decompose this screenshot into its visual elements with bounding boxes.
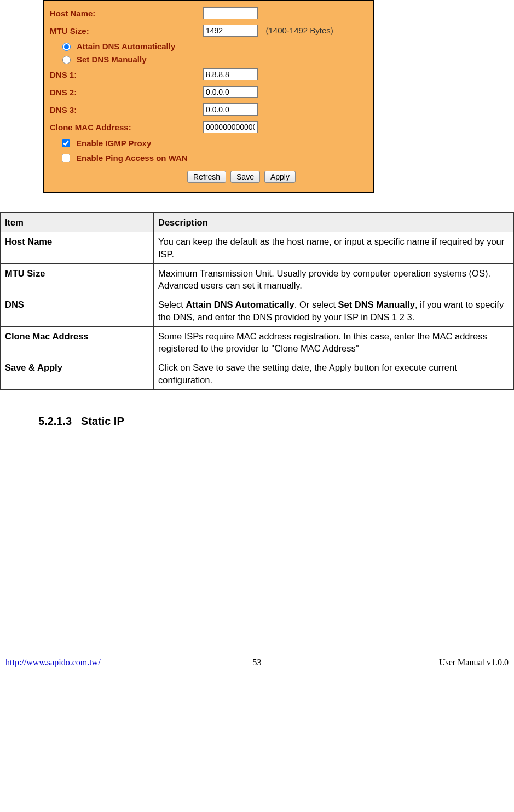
clone-mac-label: Clone MAC Address: [50, 123, 203, 132]
set-dns-manual-radio[interactable] [62, 56, 71, 64]
apply-button[interactable]: Apply [264, 171, 296, 183]
enable-igmp-checkbox[interactable] [62, 139, 70, 147]
dns1-input[interactable] [203, 68, 258, 80]
router-config-form: Host Name: MTU Size: (1400-1492 Bytes) A… [43, 0, 374, 193]
description-table: Item Description Host Name You can keep … [0, 212, 514, 390]
table-row: DNS Select Attain DNS Automatically. Or … [1, 295, 514, 327]
table-row: Save & Apply Click on Save to save the s… [1, 358, 514, 390]
clone-mac-input[interactable] [203, 121, 258, 133]
table-row: Clone Mac Address Some ISPs require MAC … [1, 326, 514, 358]
dns2-label: DNS 2: [50, 88, 203, 97]
attain-dns-auto-label: Attain DNS Automatically [77, 42, 175, 51]
enable-igmp-label: Enable IGMP Proxy [76, 139, 151, 148]
table-row: Host Name You can keep the default as th… [1, 232, 514, 264]
save-button[interactable]: Save [230, 171, 260, 183]
refresh-button[interactable]: Refresh [187, 171, 226, 183]
page-footer: http://www.sapido.com.tw/ 53 User Manual… [0, 658, 514, 673]
host-name-label: Host Name: [50, 9, 203, 18]
enable-ping-wan-label: Enable Ping Access on WAN [76, 153, 188, 163]
footer-page: 53 [253, 658, 262, 667]
footer-version: User Manual v1.0.0 [439, 658, 509, 667]
dns3-input[interactable] [203, 103, 258, 116]
set-dns-manual-label: Set DNS Manually [77, 55, 147, 64]
section-heading: 5.2.1.3 Static IP [38, 415, 514, 428]
attain-dns-auto-radio[interactable] [62, 43, 71, 51]
table-header-desc: Description [154, 213, 514, 232]
mtu-hint: (1400-1492 Bytes) [265, 26, 333, 35]
dns1-label: DNS 1: [50, 70, 203, 79]
enable-ping-wan-checkbox[interactable] [62, 154, 70, 162]
dns2-input[interactable] [203, 86, 258, 98]
mtu-size-input[interactable] [203, 25, 258, 37]
table-row: MTU Size Maximum Transmission Unit. Usua… [1, 263, 514, 295]
table-header-item: Item [1, 213, 154, 232]
host-name-input[interactable] [203, 7, 258, 19]
footer-url: http://www.sapido.com.tw/ [5, 658, 101, 667]
mtu-size-label: MTU Size: [50, 26, 203, 36]
dns3-label: DNS 3: [50, 105, 203, 114]
